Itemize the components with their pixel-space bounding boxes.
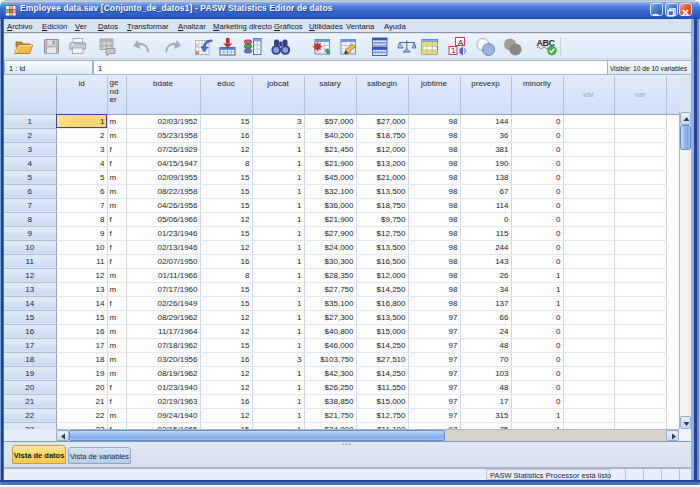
svg-text:1: 1 bbox=[451, 46, 456, 55]
svg-text:A: A bbox=[458, 38, 464, 47]
